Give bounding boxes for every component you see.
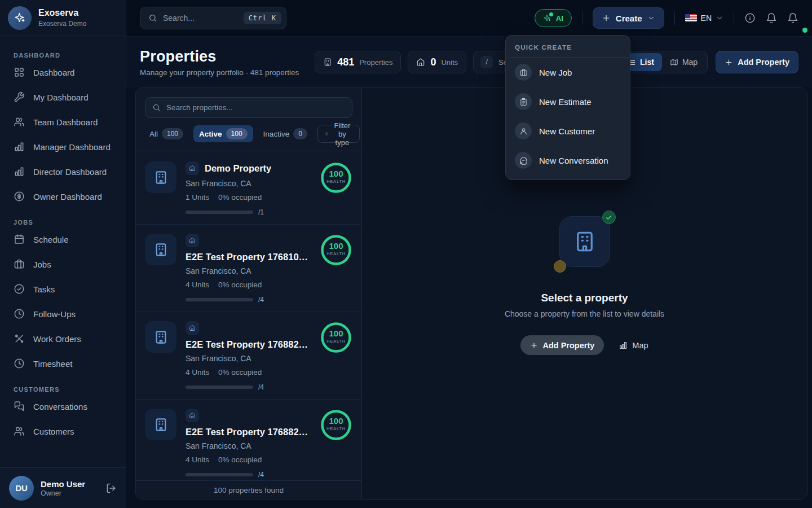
sidebar-item-owner-dashboard[interactable]: Owner Dashboard <box>0 184 126 209</box>
sidebar-item-my-dashboard[interactable]: My Dashboard <box>0 85 126 110</box>
ai-button[interactable]: AI <box>535 9 572 27</box>
bell-icon[interactable] <box>766 12 777 24</box>
progress-bar <box>186 386 253 389</box>
properties-count-chip: 481 Properties <box>315 51 401 73</box>
sidebar-item-label: Conversations <box>33 402 87 411</box>
sidebar-item-follow-ups[interactable]: Follow-Ups <box>0 301 126 326</box>
property-card[interactable]: E2E Test Property 1768822...San Francisc… <box>136 400 361 487</box>
filter-by-type-button[interactable]: Filter by type <box>317 125 360 143</box>
check-badge <box>602 211 616 224</box>
sidebar-item-director-dashboard[interactable]: Director Dashboard <box>0 159 126 184</box>
check-icon <box>606 214 612 221</box>
quick-create-item-new-estimate[interactable]: New Estimate <box>506 87 630 116</box>
units-count-chip: 0 Units <box>408 51 466 73</box>
sidebar-item-dashboard[interactable]: Dashboard <box>0 60 126 85</box>
filter-by-type-label: Filter by type <box>332 121 352 147</box>
home-icon <box>189 237 196 244</box>
empty-add-property-button[interactable]: Add Property <box>520 335 604 355</box>
property-occupancy: 0% occupied <box>218 456 262 464</box>
sidebar-item-customers[interactable]: Customers <box>0 419 126 444</box>
sidebar-item-label: Owner Dashboard <box>33 192 102 202</box>
sidebar-item-work-orders[interactable]: Work Orders <box>0 326 126 351</box>
filter-active[interactable]: Active100 <box>193 125 253 142</box>
page-subtitle: Manage your property portfolio - 481 pro… <box>140 68 299 77</box>
building-icon <box>153 330 169 345</box>
sidebar-item-tasks[interactable]: Tasks <box>0 277 126 301</box>
chat-icon <box>14 401 25 412</box>
sidebar-item-jobs[interactable]: Jobs <box>0 252 126 277</box>
add-property-button[interactable]: Add Property <box>716 51 798 73</box>
sidebar-item-label: Dashboard <box>33 68 74 77</box>
chevron-down-icon <box>716 14 723 22</box>
property-info: E2E Test Property 1768822...San Francisc… <box>186 321 311 391</box>
health-ring: 100HEALTH <box>320 321 352 354</box>
building-icon <box>153 417 169 432</box>
properties-count: 481 <box>337 56 354 68</box>
home-chip <box>186 321 199 335</box>
nav-section: DASHBOARDDashboardMy DashboardTeam Dashb… <box>0 52 126 209</box>
briefcase-icon <box>519 68 528 77</box>
app-logo[interactable] <box>8 6 32 30</box>
add-property-label: Add Property <box>738 58 789 67</box>
app-org: Exoserva Demo <box>38 20 86 28</box>
filter-all[interactable]: All100 <box>145 125 188 142</box>
nav-section-label: CUSTOMERS <box>0 386 126 394</box>
property-card[interactable]: Demo PropertySan Francisco, CA1 Units0% … <box>136 151 361 225</box>
user-icon <box>519 127 528 135</box>
progress-label: /4 <box>258 383 264 391</box>
home-chip <box>186 161 199 175</box>
filter-row: All100Active100Inactive0Filter by type <box>136 125 361 151</box>
user-bar[interactable]: DU Demo User Owner <box>0 467 126 508</box>
home-icon <box>189 412 196 419</box>
sidebar-item-schedule[interactable]: Schedule <box>0 227 126 252</box>
sidebar-item-team-dashboard[interactable]: Team Dashboard <box>0 110 126 134</box>
global-search-input[interactable]: Search... Ctrl K <box>140 7 286 29</box>
health-ring: 100HEALTH <box>320 161 352 194</box>
content-area: Search properties... All100Active100Inac… <box>135 87 807 500</box>
notifications-bell-icon[interactable] <box>787 12 798 24</box>
sidebar-item-conversations[interactable]: Conversations <box>0 394 126 419</box>
property-card[interactable]: E2E Test Property 1768108...San Francisc… <box>136 225 361 312</box>
property-tile <box>145 161 176 193</box>
property-info: Demo PropertySan Francisco, CA1 Units0% … <box>186 161 311 216</box>
info-icon[interactable] <box>744 12 756 24</box>
units-count: 0 <box>430 56 436 68</box>
filter-inactive[interactable]: Inactive0 <box>259 125 312 142</box>
property-units: 1 Units <box>186 193 209 202</box>
property-progress: /4 <box>186 471 311 479</box>
amber-dot <box>554 260 566 273</box>
property-progress: /1 <box>186 208 311 216</box>
sidebar-item-label: Schedule <box>33 235 69 244</box>
language-selector[interactable]: EN <box>685 14 723 23</box>
sidebar-item-label: Manager Dashboard <box>33 142 111 152</box>
empty-map-button[interactable]: Map <box>619 341 648 350</box>
property-name: E2E Test Property 1768108... <box>186 252 311 262</box>
avatar[interactable]: DU <box>9 476 34 501</box>
property-location: San Francisco, CA <box>186 266 311 275</box>
home-icon <box>416 58 425 67</box>
sidebar-item-manager-dashboard[interactable]: Manager Dashboard <box>0 134 126 159</box>
quick-create-item-new-customer[interactable]: New Customer <box>506 116 630 146</box>
property-progress: /4 <box>186 383 311 391</box>
users-icon <box>14 426 25 437</box>
property-search-input[interactable]: Search properties... <box>145 97 352 118</box>
us-flag-icon <box>685 14 697 22</box>
health-label: HEALTH <box>320 179 352 184</box>
main-area: Search... Ctrl K AI Create EN <box>126 0 812 508</box>
property-card[interactable]: E2E Test Property 1768822...San Francisc… <box>136 312 361 400</box>
property-stats: 4 Units0% occupied <box>186 456 311 464</box>
ai-label: AI <box>556 14 563 23</box>
search-shortcut-kbd: Ctrl K <box>244 12 281 24</box>
property-units: 4 Units <box>186 281 209 289</box>
create-button[interactable]: Create <box>593 7 664 29</box>
logout-icon[interactable] <box>105 483 117 494</box>
quick-create-item-new-conversation[interactable]: New Conversation <box>506 146 630 175</box>
sidebar-item-label: My Dashboard <box>33 93 89 102</box>
sidebar-item-timesheet[interactable]: Timesheet <box>0 351 126 376</box>
quick-create-item-new-job[interactable]: New Job <box>506 58 630 87</box>
progress-label: /4 <box>258 296 264 304</box>
calendar-icon <box>14 234 25 245</box>
view-toggle-map[interactable]: Map <box>662 53 705 71</box>
app-name: Exoserva <box>38 8 86 18</box>
sidebar: Exoserva Exoserva Demo DASHBOARDDashboar… <box>0 0 126 508</box>
